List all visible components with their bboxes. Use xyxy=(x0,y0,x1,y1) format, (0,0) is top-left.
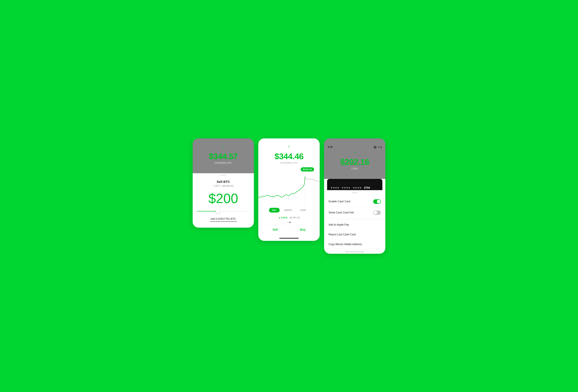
card-dot xyxy=(344,187,346,189)
screen-cash-card: 9:43 ▌▌ ⇈ ▮ ⌃ $202.16 CASH xyxy=(324,139,385,254)
action-buttons: Sell Buy xyxy=(261,225,317,234)
chevron-up-icon-3[interactable]: ⌃ xyxy=(353,151,356,156)
up-arrow-icon: ▲ xyxy=(278,216,281,219)
copy-bitcoin-wallet-label: Copy Bitcoin Wallet Address xyxy=(329,243,362,246)
chart-svg xyxy=(258,171,320,204)
chart-price: $6,852.38 xyxy=(290,216,300,219)
slider-track xyxy=(197,211,249,211)
card-dot xyxy=(337,187,339,189)
card-dot xyxy=(331,187,332,189)
status-icons: ▌▌ ⇈ ▮ xyxy=(374,146,382,148)
cash-type-label: CASH xyxy=(351,167,358,170)
btc-price-display-2: $344.46 xyxy=(275,151,303,161)
slider-fill xyxy=(197,211,218,211)
show-cash-card-info-label: Show Cash Card Info xyxy=(329,211,354,214)
signal-icon: ▌▌ xyxy=(374,146,377,148)
enable-cash-card-toggle[interactable] xyxy=(373,199,381,204)
sell-btc-underline xyxy=(210,221,237,222)
status-bar: 9:43 ▌▌ ⇈ ▮ xyxy=(327,146,382,148)
amount-slider-container xyxy=(197,211,249,211)
enable-cash-card-label: Enable Cash Card xyxy=(329,200,350,203)
menu-item-copy-bitcoin-wallet[interactable]: Copy Bitcoin Wallet Address xyxy=(324,240,385,249)
menu-item-add-to-apple-pay[interactable]: Add to Apple Pay xyxy=(324,220,385,230)
screen1-bottom-sheet: Sell BTC 1 BTC = $6,854.50 $200 Sell 0.0… xyxy=(193,170,254,228)
screen3-top: 9:43 ▌▌ ⇈ ▮ ⌃ $202.16 CASH xyxy=(324,139,385,179)
tab-month[interactable]: MONTH xyxy=(281,208,295,212)
tab-day[interactable]: DAY xyxy=(269,208,280,212)
dot-1 xyxy=(287,222,289,223)
screens-container: ⌃ $344.57 0.05026901 BTC Sell BTC 1 BTC … xyxy=(193,139,385,254)
screen-btc-chart: ⌃ $344.46 0.05026901 BTC $6,637.92 DAY xyxy=(258,139,320,241)
cash-amount: $202.16 xyxy=(340,157,369,167)
sell-title: Sell BTC xyxy=(217,180,230,184)
screen3-home-indicator xyxy=(345,251,364,252)
card-dot xyxy=(353,187,354,189)
sell-btc-label: Sell 0.02917791 BTC xyxy=(211,217,236,221)
pagination-dots xyxy=(258,221,320,225)
card-dot xyxy=(355,187,357,189)
screen-sell-btc: ⌃ $344.57 0.05026901 BTC Sell BTC 1 BTC … xyxy=(193,139,254,228)
card-dot xyxy=(333,187,335,189)
btc-amount-subtitle: 0.05026901 BTC xyxy=(214,162,232,164)
card-dot-group-1 xyxy=(331,187,339,189)
status-time: 9:43 xyxy=(328,146,333,148)
menu-item-enable-cash-card[interactable]: Enable Cash Card xyxy=(324,196,385,207)
screen2-top: ⌃ $344.46 0.05026901 BTC xyxy=(258,139,320,167)
card-dot-group-2 xyxy=(342,187,350,189)
card-dot-group-3 xyxy=(353,187,361,189)
sell-amount: $200 xyxy=(208,192,238,205)
btc-amount-subtitle-2: 0.05026901 BTC xyxy=(280,162,298,164)
cash-amount-section: ⌃ $202.16 CASH xyxy=(340,151,369,170)
card-dot xyxy=(346,187,348,189)
sell-button[interactable]: Sell xyxy=(261,225,289,234)
report-lost-card-label: Report Lost Cash Card xyxy=(329,233,356,236)
drag-handle-white[interactable] xyxy=(352,192,358,193)
card-dot xyxy=(357,187,359,189)
btc-price-display: $344.57 xyxy=(209,151,238,161)
card-dot xyxy=(360,187,361,189)
card-last-four: 6794 xyxy=(364,186,370,189)
chevron-up-icon[interactable]: ⌃ xyxy=(222,146,225,150)
drag-handle[interactable] xyxy=(220,175,226,175)
card-dots-row: 6794 xyxy=(331,186,370,189)
sell-rate: 1 BTC = $6,854.50 xyxy=(213,185,233,187)
chart-stats: ▲ 5.01% $6,852.38 xyxy=(258,215,320,221)
show-cash-card-info-toggle[interactable] xyxy=(373,210,381,215)
slider-thumb[interactable] xyxy=(216,209,220,213)
battery-icon: ▮ xyxy=(381,146,382,148)
chart-tooltip: $6,637.92 xyxy=(301,167,314,171)
add-to-apple-pay-label: Add to Apple Pay xyxy=(329,223,349,226)
home-indicator xyxy=(279,238,299,239)
chevron-up-icon-2[interactable]: ⌃ xyxy=(287,146,291,150)
wifi-icon: ⇈ xyxy=(378,146,380,148)
card-dot xyxy=(335,187,337,189)
card-dot xyxy=(349,187,350,189)
toggle-thumb-2 xyxy=(374,211,377,214)
buy-button[interactable]: Buy xyxy=(289,225,317,234)
tab-year[interactable]: YEAR xyxy=(297,208,309,212)
dot-2 xyxy=(289,222,291,223)
card-dot xyxy=(342,187,343,189)
cash-card-menu-sheet: Enable Cash Card Show Cash Card Info Add… xyxy=(324,190,385,254)
chart-area: $6,637.92 xyxy=(258,167,320,205)
menu-item-report-lost-card[interactable]: Report Lost Cash Card xyxy=(324,230,385,240)
chart-pct: ▲ 5.01% xyxy=(278,216,287,219)
time-period-tabs: DAY MONTH YEAR xyxy=(258,205,320,215)
screen1-top: ⌃ $344.57 0.05026901 BTC xyxy=(193,139,254,173)
toggle-thumb xyxy=(377,200,381,203)
menu-item-show-cash-card-info[interactable]: Show Cash Card Info xyxy=(324,207,385,218)
